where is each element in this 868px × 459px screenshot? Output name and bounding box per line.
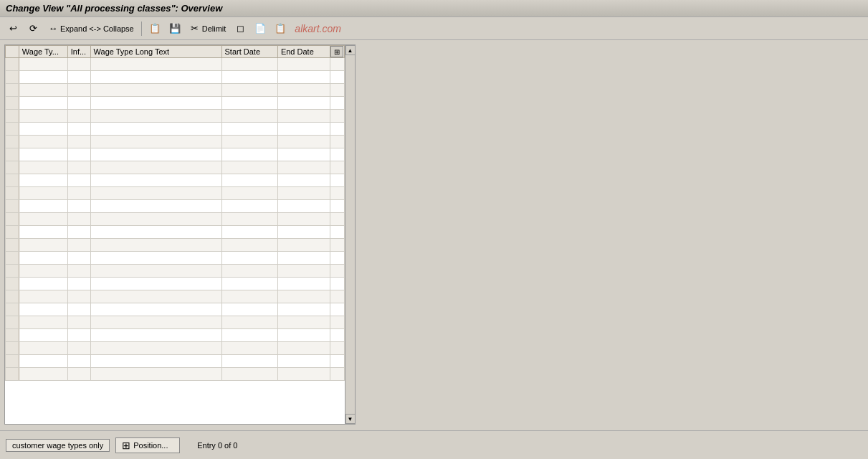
table-cell[interactable]	[277, 110, 330, 123]
table-row[interactable]	[6, 187, 345, 200]
table-cell[interactable]	[277, 329, 330, 342]
table-cell[interactable]	[67, 97, 90, 110]
table-cell[interactable]	[221, 252, 277, 265]
table-cell[interactable]	[19, 187, 67, 200]
table-row[interactable]	[6, 368, 345, 381]
table-cell[interactable]	[221, 329, 277, 342]
row-checkbox[interactable]	[6, 71, 19, 84]
table-cell[interactable]	[19, 252, 67, 265]
table-cell[interactable]	[277, 123, 330, 136]
table-cell[interactable]	[277, 342, 330, 355]
table-cell[interactable]	[221, 239, 277, 252]
table-cell[interactable]	[221, 303, 277, 316]
table-cell[interactable]	[277, 97, 330, 110]
table-cell[interactable]	[221, 368, 277, 381]
table-row[interactable]	[6, 84, 345, 97]
table-cell[interactable]	[277, 161, 330, 174]
table-cell[interactable]	[19, 110, 67, 123]
table-cell[interactable]	[67, 200, 90, 213]
table-cell[interactable]	[277, 58, 330, 71]
table-cell[interactable]	[221, 187, 277, 200]
table-cell[interactable]	[221, 316, 277, 329]
table-row[interactable]	[6, 303, 345, 316]
row-checkbox[interactable]	[6, 110, 19, 123]
table-cell[interactable]	[67, 342, 90, 355]
table-cell[interactable]	[19, 71, 67, 84]
table-cell[interactable]	[67, 226, 90, 239]
table-cell[interactable]	[19, 278, 67, 290]
table-row[interactable]	[6, 329, 345, 342]
table-cell[interactable]	[90, 200, 221, 213]
table-row[interactable]	[6, 97, 345, 110]
table-cell[interactable]	[90, 329, 221, 342]
row-checkbox[interactable]	[6, 58, 19, 71]
table-cell[interactable]	[67, 123, 90, 136]
row-checkbox[interactable]	[6, 355, 19, 368]
table-cell[interactable]	[90, 110, 221, 123]
table-cell[interactable]	[90, 316, 221, 329]
table-cell[interactable]	[221, 355, 277, 368]
table-cell[interactable]	[277, 368, 330, 381]
row-checkbox[interactable]	[6, 290, 19, 303]
table-cell[interactable]	[19, 174, 67, 187]
table-cell[interactable]	[67, 58, 90, 71]
customer-wage-types-button[interactable]: customer wage types only	[6, 439, 110, 452]
row-checkbox[interactable]	[6, 265, 19, 278]
table-cell[interactable]	[19, 148, 67, 161]
table-cell[interactable]	[221, 58, 277, 71]
table-cell[interactable]	[67, 278, 90, 290]
row-checkbox[interactable]	[6, 84, 19, 97]
table-row[interactable]	[6, 110, 345, 123]
row-checkbox[interactable]	[6, 342, 19, 355]
table-cell[interactable]	[19, 303, 67, 316]
scroll-down-button[interactable]: ▼	[345, 414, 356, 424]
table-cell[interactable]	[90, 278, 221, 290]
table-row[interactable]	[6, 342, 345, 355]
row-checkbox[interactable]	[6, 303, 19, 316]
table-cell[interactable]	[67, 161, 90, 174]
table-cell[interactable]	[19, 329, 67, 342]
table-row[interactable]	[6, 265, 345, 278]
vertical-scrollbar[interactable]: ▲ ▼	[345, 45, 355, 424]
row-checkbox[interactable]	[6, 239, 19, 252]
table-row[interactable]	[6, 290, 345, 303]
table-cell[interactable]	[67, 368, 90, 381]
table-cell[interactable]	[67, 174, 90, 187]
table-cell[interactable]	[67, 239, 90, 252]
expand-collapse-button[interactable]: ↔ Expand <-> Collapse	[44, 22, 137, 36]
table-row[interactable]	[6, 123, 345, 136]
table-row[interactable]	[6, 278, 345, 290]
table-cell[interactable]	[277, 136, 330, 148]
table-row[interactable]	[6, 252, 345, 265]
table-row[interactable]	[6, 213, 345, 226]
copy-icon-button[interactable]: 📄	[252, 22, 269, 36]
table-cell[interactable]	[67, 110, 90, 123]
table-cell[interactable]	[90, 97, 221, 110]
table-cell[interactable]	[277, 290, 330, 303]
table-cell[interactable]	[19, 265, 67, 278]
table-cell[interactable]	[67, 187, 90, 200]
paste-icon-button[interactable]: 📋	[272, 22, 289, 36]
table-cell[interactable]	[90, 342, 221, 355]
table-cell[interactable]	[67, 148, 90, 161]
table-cell[interactable]	[19, 368, 67, 381]
table-cell[interactable]	[221, 200, 277, 213]
delimit-button[interactable]: ✂ Delimit	[186, 22, 229, 36]
table-cell[interactable]	[67, 329, 90, 342]
table-cell[interactable]	[221, 123, 277, 136]
table-cell[interactable]	[90, 355, 221, 368]
row-checkbox[interactable]	[6, 200, 19, 213]
row-checkbox[interactable]	[6, 123, 19, 136]
row-checkbox[interactable]	[6, 174, 19, 187]
new-entries-button[interactable]: 📋	[146, 22, 163, 36]
scroll-up-button[interactable]: ▲	[345, 45, 356, 55]
table-row[interactable]	[6, 316, 345, 329]
table-cell[interactable]	[19, 239, 67, 252]
table-cell[interactable]	[277, 174, 330, 187]
table-cell[interactable]	[19, 97, 67, 110]
table-cell[interactable]	[67, 84, 90, 97]
table-cell[interactable]	[221, 278, 277, 290]
row-checkbox[interactable]	[6, 213, 19, 226]
table-cell[interactable]	[90, 187, 221, 200]
table-cell[interactable]	[19, 355, 67, 368]
